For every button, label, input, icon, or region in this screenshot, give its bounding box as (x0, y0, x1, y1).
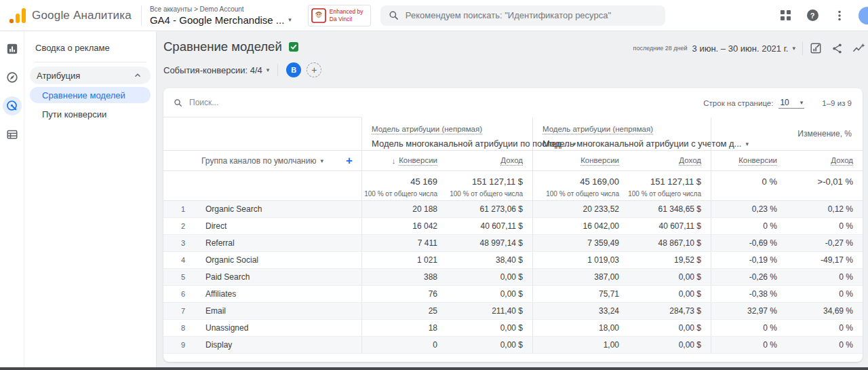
breadcrumb: Все аккаунты > Demo Account (150, 5, 292, 13)
m2-revenue: 284,73 $ (669, 306, 701, 316)
m2-revenue: 0,00 $ (679, 289, 701, 299)
search-icon (174, 98, 182, 107)
m2-conversions: 33,24 (599, 306, 619, 316)
change-conversions: -0,26 % (749, 272, 777, 282)
row-number: 6 (181, 290, 205, 298)
sidebar-section-attribution[interactable]: Атрибуция (30, 67, 151, 84)
m2-revenue: 0,00 $ (679, 340, 701, 350)
property-name: GA4 - Google Merchandise ... (150, 14, 284, 26)
share-icon[interactable] (831, 43, 843, 54)
property-selector[interactable]: GA4 - Google Merchandise ... ▾ (150, 14, 292, 26)
m1-revenue: 211,40 $ (492, 306, 523, 316)
m2-conversions: 75,71 (599, 289, 619, 299)
row-number: 5 (181, 273, 205, 281)
conversion-events-label: События-конверсии: 4/4 (163, 65, 262, 75)
global-search-input[interactable] (406, 10, 650, 20)
conversion-events-selector[interactable]: События-конверсии: 4/4 ▾ (163, 65, 269, 75)
change-revenue: 0 % (839, 221, 853, 231)
table-row[interactable]: 4Organic Social1 02138,40 $1 019,0319,52… (163, 252, 863, 269)
chevron-down-icon: ▾ (320, 158, 323, 164)
table-row[interactable]: 9Display00,00 $1,000,00 $0 %0 % (163, 337, 863, 354)
column-header-change-conversions[interactable]: Конверсии (711, 151, 787, 171)
add-dimension-button[interactable]: + (346, 154, 353, 168)
total-m2-conversions: 45 169,00 (580, 177, 619, 187)
m1-revenue: 0,00 $ (500, 272, 523, 282)
m2-revenue: 0,00 $ (679, 272, 701, 282)
change-revenue: 0 % (839, 340, 853, 350)
table-row[interactable]: 1Organic Search20 18861 273,06 $20 233,5… (163, 201, 863, 218)
analytics-logo[interactable]: Google Аналитика (9, 8, 132, 23)
change-revenue: -49,17 % (821, 255, 853, 265)
table-row[interactable]: 8Unassigned180,00 $18,000,00 $0 %0 % (163, 320, 863, 337)
row-number: 1 (181, 205, 205, 213)
change-revenue: 0 % (839, 272, 853, 282)
sidebar-item-conversion-paths[interactable]: Пути конверсии (30, 106, 151, 122)
rows-per-page-label: Строк на странице: (703, 99, 773, 107)
comparison-chip[interactable]: B (286, 62, 301, 77)
change-group-header: Изменение, % (711, 117, 863, 151)
model-1-selector[interactable]: Модель атрибуции (непрямая) Модель много… (361, 117, 532, 151)
model-2-selector[interactable]: Модель атрибуции (непрямая) Модель много… (532, 117, 711, 151)
m2-conversions: 20 233,52 (583, 204, 619, 214)
change-revenue: 0 % (839, 323, 853, 333)
channel-name: Organic Social (205, 255, 258, 265)
sidebar-item-advertising-overview[interactable]: Сводка о рекламе (24, 37, 156, 59)
m1-conversions: 20 188 (412, 204, 437, 214)
m1-revenue: 48 997,14 $ (480, 238, 523, 248)
add-comparison-button[interactable]: + (307, 62, 321, 77)
column-header-m2-conversions[interactable]: Конверсии (532, 151, 629, 171)
column-header-m1-revenue[interactable]: Доход (447, 151, 532, 171)
chevron-up-icon (133, 71, 142, 80)
kebab-menu-icon[interactable] (831, 7, 848, 24)
date-range-hint: последние 28 дней (633, 45, 688, 52)
table-row[interactable]: 2Direct16 04240 607,11 $16 042,0040 607,… (163, 218, 863, 235)
m1-revenue: 0,00 $ (500, 340, 523, 350)
pagination-range: 1–9 из 9 (822, 99, 852, 107)
m1-conversions: 76 (429, 289, 437, 299)
m1-conversions: 7 411 (418, 238, 437, 248)
data-quality-icon[interactable] (288, 41, 299, 52)
channel-name: Affiliates (205, 289, 236, 299)
channel-name: Paid Search (205, 272, 250, 282)
column-header-m2-revenue[interactable]: Доход (629, 151, 711, 171)
table-row[interactable]: 5Paid Search3880,00 $387,000,00 $-0,26 %… (163, 269, 863, 286)
m1-conversions: 16 042 (412, 221, 437, 231)
table-row[interactable]: 3Referral7 41148 997,14 $7 359,4948 867,… (163, 235, 863, 252)
table-search-input[interactable] (189, 98, 325, 107)
column-header-m1-conversions[interactable]: ↓ Конверсии (361, 151, 447, 171)
nav-reports-icon[interactable] (3, 39, 22, 58)
user-avatar[interactable] (859, 7, 868, 24)
m1-revenue: 61 273,06 $ (480, 204, 523, 214)
icon-rail (0, 31, 24, 370)
table-body: 1Organic Search20 18861 273,06 $20 233,5… (163, 201, 863, 354)
column-header-change-revenue[interactable]: Доход (787, 151, 863, 171)
davinci-extension-badge[interactable]: Enhanced by Da Vinci! (308, 5, 371, 26)
sidebar-item-model-comparison[interactable]: Сравнение моделей (30, 87, 151, 103)
model-1-title: Модель атрибуции (непрямая) (372, 125, 482, 134)
nav-advertising-icon[interactable] (3, 96, 22, 115)
analytics-logo-icon (9, 8, 26, 23)
page-title: Сравнение моделей (163, 39, 282, 54)
chevron-down-icon: ▾ (267, 67, 270, 73)
dimension-header[interactable]: Группа каналов по умолчанию ▾ + (163, 151, 361, 171)
row-number: 3 (181, 239, 205, 247)
change-conversions: -0,38 % (749, 289, 777, 299)
global-search[interactable] (380, 5, 665, 26)
table-row[interactable]: 6Affiliates760,00 $75,710,00 $-0,38 %0 % (163, 286, 863, 303)
customize-report-icon[interactable] (810, 42, 822, 54)
help-icon[interactable]: ? (804, 7, 821, 24)
m1-conversions: 18 (429, 323, 437, 333)
change-conversions: 0 % (763, 323, 777, 333)
row-number: 4 (181, 256, 205, 264)
davinci-icon (311, 8, 326, 23)
date-range[interactable]: 3 июн. – 30 июн. 2021 г. (692, 43, 789, 54)
table-search[interactable] (163, 88, 361, 117)
m2-revenue: 0,00 $ (679, 323, 701, 333)
m1-conversions: 0 (433, 340, 437, 350)
nav-explore-icon[interactable] (3, 68, 22, 87)
insights-icon[interactable] (852, 43, 865, 54)
table-row[interactable]: 7Email25211,40 $33,24284,73 $32,97 %34,6… (163, 303, 863, 320)
apps-grid-icon[interactable] (777, 7, 793, 24)
rows-per-page-select[interactable]: 10 ▾ (778, 98, 804, 109)
nav-library-icon[interactable] (3, 125, 22, 144)
